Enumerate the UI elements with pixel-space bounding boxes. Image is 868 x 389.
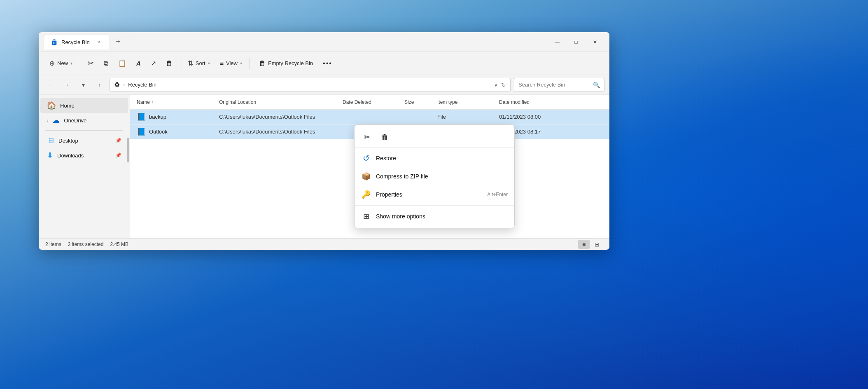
delete-button[interactable]: 🗑 (162, 56, 177, 71)
col-date-del-label: Date Deleted (343, 99, 371, 105)
file-name-backup: 📘 backup (133, 112, 216, 122)
new-tab-button[interactable]: + (112, 35, 125, 49)
home-icon: 🏠 (47, 101, 56, 110)
forward-button[interactable]: → (60, 78, 73, 91)
sidebar-item-desktop[interactable]: 🖥 Desktop 📌 (40, 133, 128, 148)
sidebar-item-home[interactable]: 🏠 Home (40, 98, 128, 113)
recycle-bin-tab-icon (51, 38, 58, 46)
ctx-properties-shortcut: Alt+Enter (487, 192, 508, 197)
paste-icon: 📋 (118, 59, 126, 67)
copy-icon: ⧉ (104, 60, 108, 67)
file-icon-backup: 📘 (137, 112, 146, 122)
col-orig-loc-label: Original Location (219, 99, 256, 105)
ctx-properties-item[interactable]: 🔑 Properties Alt+Enter (355, 185, 514, 204)
empty-recycle-bin-button[interactable]: 🗑 Empty Recycle Bin (255, 56, 317, 71)
cut-button[interactable]: ✂ (84, 56, 98, 71)
view-icon: ≡ (220, 60, 224, 67)
tab-close-button[interactable]: × (95, 38, 103, 46)
sidebar: 🏠 Home › ☁ OneDrive 🖥 Desktop 📌 ⬇ Downlo… (39, 95, 130, 238)
sort-icon: ⇅ (188, 59, 193, 67)
grid-view-toggle[interactable]: ⊞ (591, 240, 603, 249)
address-row: ← → ▾ ↑ ♻ › Recycle Bin ∨ ↻ 🔍 (39, 75, 609, 95)
desktop-icon: 🖥 (47, 136, 54, 145)
address-separator: › (123, 82, 125, 88)
more-icon: ••• (323, 60, 332, 67)
new-button[interactable]: ⊕ New ▾ (45, 56, 77, 71)
col-header-name[interactable]: Name ↑ (133, 99, 216, 105)
selected-info: 2 items selected (68, 241, 104, 247)
ctx-delete-button[interactable]: 🗑 (378, 130, 392, 145)
maximize-button[interactable]: □ (567, 35, 586, 49)
sidebar-downloads-label: Downloads (57, 152, 84, 159)
ctx-restore-item[interactable]: ↺ Restore (355, 149, 514, 167)
search-input[interactable] (518, 82, 590, 88)
ctx-delete-icon: 🗑 (381, 133, 389, 142)
file-date-mod-backup: 01/11/2023 08:00 (496, 114, 606, 120)
ctx-compress-item[interactable]: 📦 Compress to ZIP file (355, 167, 514, 185)
col-header-date-mod[interactable]: Date modified (496, 99, 606, 105)
copy-button[interactable]: ⧉ (100, 56, 112, 71)
search-box[interactable]: 🔍 (514, 78, 604, 92)
share-button[interactable]: ↗ (147, 56, 160, 71)
ctx-restore-icon: ↺ (361, 153, 371, 163)
sidebar-home-label: Home (60, 103, 75, 109)
sidebar-scrollbar[interactable] (127, 138, 129, 162)
ctx-more-options-label: Show more options (376, 213, 508, 220)
more-options-button[interactable]: ••• (319, 56, 336, 71)
back-button[interactable]: ← (44, 78, 57, 91)
sort-label: Sort (196, 60, 205, 66)
ctx-properties-label: Properties (376, 191, 482, 198)
list-view-toggle[interactable]: ≡ (578, 240, 590, 249)
sidebar-item-onedrive[interactable]: › ☁ OneDrive (40, 113, 128, 128)
col-header-size[interactable]: Size (401, 99, 434, 105)
search-icon: 🔍 (593, 82, 600, 88)
close-button[interactable]: ✕ (586, 35, 604, 49)
address-bar-path: Recycle Bin (128, 82, 491, 88)
address-bar[interactable]: ♻ › Recycle Bin ∨ ↻ (110, 78, 511, 92)
ctx-more-icon: ⊞ (361, 212, 371, 221)
onedrive-icon: ☁ (52, 116, 60, 125)
pin-icon: 📌 (115, 138, 121, 143)
sort-arrow: ▾ (208, 61, 210, 66)
expand-icon: › (47, 118, 48, 123)
refresh-button[interactable]: ↻ (501, 82, 506, 88)
col-header-orig-loc[interactable]: Original Location (216, 99, 339, 105)
sidebar-divider (45, 130, 123, 131)
rename-icon: A (136, 60, 141, 67)
view-arrow: ▾ (240, 61, 242, 66)
minimize-button[interactable]: — (548, 35, 567, 49)
history-button[interactable]: ▾ (77, 78, 90, 91)
col-name-label: Name (137, 99, 150, 105)
explorer-window: Recycle Bin × + — □ ✕ ⊕ New ▾ ✂ ⧉ 📋 A (39, 32, 609, 250)
item-count: 2 items (45, 241, 61, 247)
empty-bin-label: Empty Recycle Bin (268, 60, 313, 66)
paste-button[interactable]: 📋 (114, 56, 131, 71)
file-icon-outlook: 📘 (137, 127, 146, 136)
ctx-more-options-item[interactable]: ⊞ Show more options (355, 207, 514, 225)
up-button[interactable]: ↑ (93, 78, 106, 91)
toolbar-separator-2 (180, 58, 180, 69)
ctx-restore-label: Restore (376, 155, 508, 162)
context-menu: ✂ 🗑 ↺ Restore 📦 Compress to ZIP file 🔑 P… (354, 124, 515, 228)
ctx-cut-icon: ✂ (364, 133, 370, 142)
file-orig-loc-backup: C:\Users\lukas\Documents\Outlook Files (216, 114, 339, 120)
toolbar: ⊕ New ▾ ✂ ⧉ 📋 A ↗ 🗑 ⇅ Sort ▾ ≡ (39, 52, 609, 75)
col-item-type-label: Item type (437, 99, 457, 105)
delete-toolbar-icon: 🗑 (166, 60, 173, 67)
content-area: 🏠 Home › ☁ OneDrive 🖥 Desktop 📌 ⬇ Downlo… (39, 95, 609, 238)
ctx-properties-icon: 🔑 (361, 190, 371, 199)
address-bar-chevron-icon: ∨ (494, 82, 498, 88)
window-controls: — □ ✕ (548, 35, 604, 49)
tab-recycle-bin[interactable]: Recycle Bin × (44, 35, 110, 49)
view-button[interactable]: ≡ View ▾ (216, 56, 246, 71)
ctx-top-row: ✂ 🗑 (355, 127, 514, 148)
downloads-pin-icon: 📌 (115, 152, 121, 158)
sort-button[interactable]: ⇅ Sort ▾ (184, 56, 214, 71)
rename-button[interactable]: A (132, 56, 145, 71)
col-header-date-del[interactable]: Date Deleted (339, 99, 401, 105)
ctx-cut-button[interactable]: ✂ (359, 130, 374, 145)
col-header-item-type[interactable]: Item type (434, 99, 496, 105)
sidebar-item-downloads[interactable]: ⬇ Downloads 📌 (40, 148, 128, 163)
empty-bin-icon: 🗑 (259, 60, 266, 67)
file-row-backup[interactable]: 📘 backup C:\Users\lukas\Documents\Outloo… (130, 110, 609, 124)
